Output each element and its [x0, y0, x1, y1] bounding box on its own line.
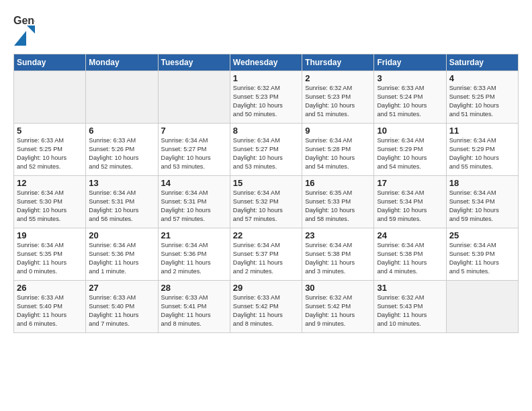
calendar-cell: 29Sunrise: 6:33 AM Sunset: 5:42 PM Dayli… — [230, 281, 302, 333]
day-number: 4 — [449, 73, 515, 83]
calendar-cell: 8Sunrise: 6:34 AM Sunset: 5:27 PM Daylig… — [230, 124, 302, 176]
day-info: Sunrise: 6:34 AM Sunset: 5:36 PM Dayligh… — [161, 241, 227, 276]
logo-triangle-icon — [14, 31, 26, 46]
weekday-header: Wednesday — [230, 54, 302, 71]
calendar-cell: 10Sunrise: 6:34 AM Sunset: 5:29 PM Dayli… — [374, 124, 446, 176]
calendar-cell: 18Sunrise: 6:34 AM Sunset: 5:34 PM Dayli… — [446, 176, 518, 228]
calendar-cell: 16Sunrise: 6:35 AM Sunset: 5:33 PM Dayli… — [302, 176, 374, 228]
calendar-cell: 11Sunrise: 6:34 AM Sunset: 5:29 PM Dayli… — [446, 124, 518, 176]
calendar-cell: 20Sunrise: 6:34 AM Sunset: 5:36 PM Dayli… — [86, 228, 158, 281]
calendar-cell: 14Sunrise: 6:34 AM Sunset: 5:31 PM Dayli… — [158, 176, 230, 228]
day-number: 25 — [449, 230, 515, 240]
day-number: 3 — [377, 73, 443, 83]
day-number: 14 — [161, 178, 227, 188]
day-number: 18 — [449, 178, 515, 188]
day-info: Sunrise: 6:32 AM Sunset: 5:42 PM Dayligh… — [305, 293, 371, 328]
day-number: 31 — [377, 283, 443, 293]
calendar-cell: 17Sunrise: 6:34 AM Sunset: 5:34 PM Dayli… — [374, 176, 446, 228]
calendar-cell: 23Sunrise: 6:34 AM Sunset: 5:38 PM Dayli… — [302, 228, 374, 281]
day-info: Sunrise: 6:33 AM Sunset: 5:25 PM Dayligh… — [449, 84, 515, 119]
day-info: Sunrise: 6:34 AM Sunset: 5:27 PM Dayligh… — [161, 136, 227, 171]
day-info: Sunrise: 6:34 AM Sunset: 5:36 PM Dayligh… — [89, 241, 154, 276]
weekday-header: Monday — [86, 54, 158, 71]
day-number: 30 — [305, 283, 371, 293]
day-number: 15 — [233, 178, 299, 188]
day-info: Sunrise: 6:34 AM Sunset: 5:35 PM Dayligh… — [17, 241, 83, 276]
day-info: Sunrise: 6:34 AM Sunset: 5:29 PM Dayligh… — [449, 136, 515, 171]
day-number: 19 — [17, 230, 83, 240]
day-info: Sunrise: 6:34 AM Sunset: 5:31 PM Dayligh… — [89, 189, 154, 224]
weekday-header: Saturday — [446, 54, 518, 71]
day-info: Sunrise: 6:34 AM Sunset: 5:30 PM Dayligh… — [17, 189, 83, 224]
day-info: Sunrise: 6:33 AM Sunset: 5:26 PM Dayligh… — [89, 136, 154, 171]
calendar-cell — [86, 71, 158, 124]
day-info: Sunrise: 6:32 AM Sunset: 5:43 PM Dayligh… — [377, 293, 443, 328]
calendar-week-row: 12Sunrise: 6:34 AM Sunset: 5:30 PM Dayli… — [14, 176, 519, 228]
calendar-cell: 31Sunrise: 6:32 AM Sunset: 5:43 PM Dayli… — [374, 281, 446, 333]
day-number: 16 — [305, 178, 371, 188]
day-number: 10 — [377, 126, 443, 136]
calendar-cell: 6Sunrise: 6:33 AM Sunset: 5:26 PM Daylig… — [86, 124, 158, 176]
day-number: 9 — [305, 126, 371, 136]
day-info: Sunrise: 6:34 AM Sunset: 5:38 PM Dayligh… — [305, 241, 371, 276]
calendar-cell: 28Sunrise: 6:33 AM Sunset: 5:41 PM Dayli… — [158, 281, 230, 333]
calendar-cell: 1Sunrise: 6:32 AM Sunset: 5:23 PM Daylig… — [230, 71, 302, 124]
calendar-week-row: 5Sunrise: 6:33 AM Sunset: 5:25 PM Daylig… — [14, 124, 519, 176]
calendar-cell: 19Sunrise: 6:34 AM Sunset: 5:35 PM Dayli… — [14, 228, 86, 281]
calendar-body: 1Sunrise: 6:32 AM Sunset: 5:23 PM Daylig… — [14, 71, 519, 333]
day-number: 8 — [233, 126, 299, 136]
calendar-cell: 12Sunrise: 6:34 AM Sunset: 5:30 PM Dayli… — [14, 176, 86, 228]
day-info: Sunrise: 6:35 AM Sunset: 5:33 PM Dayligh… — [305, 189, 371, 224]
day-info: Sunrise: 6:34 AM Sunset: 5:34 PM Dayligh… — [449, 189, 515, 224]
day-number: 13 — [89, 178, 154, 188]
weekday-header: Friday — [374, 54, 446, 71]
day-info: Sunrise: 6:33 AM Sunset: 5:40 PM Dayligh… — [89, 293, 154, 328]
day-info: Sunrise: 6:32 AM Sunset: 5:23 PM Dayligh… — [305, 84, 371, 119]
day-info: Sunrise: 6:34 AM Sunset: 5:37 PM Dayligh… — [233, 241, 299, 276]
svg-marker-2 — [14, 31, 26, 46]
calendar-cell: 4Sunrise: 6:33 AM Sunset: 5:25 PM Daylig… — [446, 71, 518, 124]
calendar-cell: 2Sunrise: 6:32 AM Sunset: 5:23 PM Daylig… — [302, 71, 374, 124]
day-number: 6 — [89, 126, 154, 136]
calendar-cell: 7Sunrise: 6:34 AM Sunset: 5:27 PM Daylig… — [158, 124, 230, 176]
day-number: 28 — [161, 283, 227, 293]
calendar-week-row: 1Sunrise: 6:32 AM Sunset: 5:23 PM Daylig… — [14, 71, 519, 124]
day-info: Sunrise: 6:33 AM Sunset: 5:41 PM Dayligh… — [161, 293, 227, 328]
calendar-week-row: 26Sunrise: 6:33 AM Sunset: 5:40 PM Dayli… — [14, 281, 519, 333]
calendar-cell — [446, 281, 518, 333]
day-number: 27 — [89, 283, 154, 293]
day-number: 22 — [233, 230, 299, 240]
svg-text:General: General — [13, 15, 35, 26]
calendar-cell: 30Sunrise: 6:32 AM Sunset: 5:42 PM Dayli… — [302, 281, 374, 333]
calendar-cell — [14, 71, 86, 124]
logo: General — [13, 12, 35, 46]
day-number: 11 — [449, 126, 515, 136]
calendar-week-row: 19Sunrise: 6:34 AM Sunset: 5:35 PM Dayli… — [14, 228, 519, 281]
calendar-cell: 3Sunrise: 6:33 AM Sunset: 5:24 PM Daylig… — [374, 71, 446, 124]
day-number: 21 — [161, 230, 227, 240]
calendar-cell: 15Sunrise: 6:34 AM Sunset: 5:32 PM Dayli… — [230, 176, 302, 228]
day-info: Sunrise: 6:34 AM Sunset: 5:27 PM Dayligh… — [233, 136, 299, 171]
calendar-cell: 13Sunrise: 6:34 AM Sunset: 5:31 PM Dayli… — [86, 176, 158, 228]
calendar-cell — [158, 71, 230, 124]
weekday-header: Sunday — [14, 54, 86, 71]
header: General — [13, 12, 519, 46]
calendar-cell: 25Sunrise: 6:34 AM Sunset: 5:39 PM Dayli… — [446, 228, 518, 281]
day-info: Sunrise: 6:34 AM Sunset: 5:28 PM Dayligh… — [305, 136, 371, 171]
day-number: 29 — [233, 283, 299, 293]
day-info: Sunrise: 6:33 AM Sunset: 5:42 PM Dayligh… — [233, 293, 299, 328]
day-number: 7 — [161, 126, 227, 136]
calendar-cell: 26Sunrise: 6:33 AM Sunset: 5:40 PM Dayli… — [14, 281, 86, 333]
day-info: Sunrise: 6:34 AM Sunset: 5:34 PM Dayligh… — [377, 189, 443, 224]
day-number: 24 — [377, 230, 443, 240]
day-number: 5 — [17, 126, 83, 136]
day-info: Sunrise: 6:33 AM Sunset: 5:25 PM Dayligh… — [17, 136, 83, 171]
day-number: 20 — [89, 230, 154, 240]
day-info: Sunrise: 6:33 AM Sunset: 5:24 PM Dayligh… — [377, 84, 443, 119]
day-number: 1 — [233, 73, 299, 83]
calendar-cell: 27Sunrise: 6:33 AM Sunset: 5:40 PM Dayli… — [86, 281, 158, 333]
calendar-header-row: SundayMondayTuesdayWednesdayThursdayFrid… — [14, 54, 519, 71]
svg-marker-1 — [27, 26, 35, 34]
day-number: 2 — [305, 73, 371, 83]
day-info: Sunrise: 6:32 AM Sunset: 5:23 PM Dayligh… — [233, 84, 299, 119]
